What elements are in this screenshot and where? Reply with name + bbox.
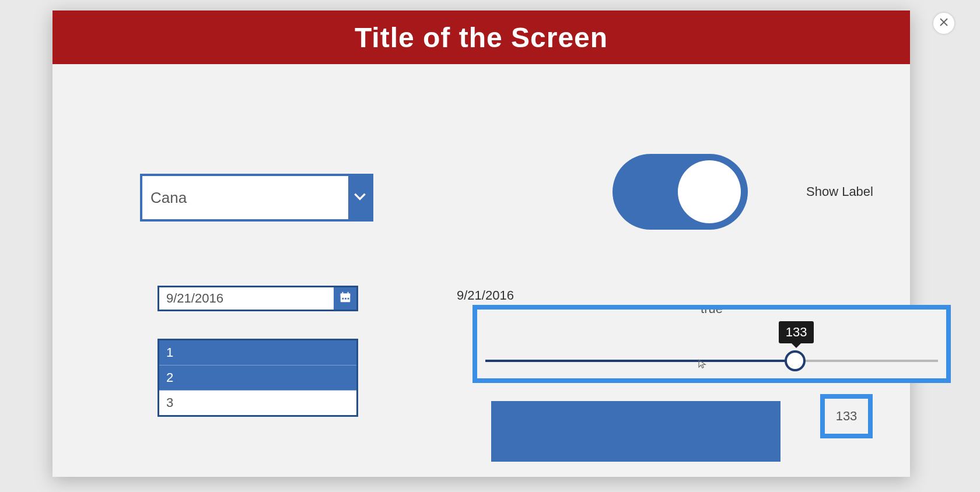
primary-action-button[interactable] bbox=[491, 401, 780, 462]
list-item[interactable]: 3 bbox=[159, 391, 356, 415]
svg-rect-6 bbox=[342, 298, 344, 300]
slider-fill bbox=[485, 360, 797, 362]
title-bar: Title of the Screen bbox=[52, 10, 910, 64]
dropdown-text-field[interactable] bbox=[142, 176, 348, 219]
svg-rect-5 bbox=[347, 292, 348, 295]
svg-rect-3 bbox=[340, 294, 350, 297]
svg-rect-7 bbox=[345, 298, 346, 300]
close-icon bbox=[939, 17, 949, 29]
page-title: Title of the Screen bbox=[355, 22, 608, 54]
date-text-field[interactable] bbox=[159, 287, 334, 310]
calendar-icon bbox=[339, 291, 352, 306]
list-item[interactable]: 2 bbox=[159, 366, 356, 391]
dropdown-toggle-button[interactable] bbox=[348, 176, 371, 219]
slider-tooltip: 133 bbox=[779, 321, 814, 343]
svg-rect-4 bbox=[342, 292, 343, 295]
slider-value-output: 133 bbox=[820, 394, 873, 438]
svg-rect-8 bbox=[347, 298, 349, 300]
calendar-button[interactable] bbox=[334, 287, 356, 310]
toggle-knob bbox=[678, 160, 741, 223]
slider-handle[interactable] bbox=[785, 350, 806, 371]
date-input[interactable] bbox=[158, 286, 358, 311]
chevron-down-icon bbox=[352, 189, 368, 206]
list-item[interactable]: 1 bbox=[159, 340, 356, 366]
toggle-group: Show Label bbox=[612, 154, 873, 230]
dialog-panel: Title of the Screen Show Label bbox=[52, 10, 910, 477]
toggle-label: Show Label bbox=[806, 184, 873, 199]
dropdown-input[interactable] bbox=[140, 174, 373, 222]
close-button[interactable] bbox=[933, 13, 954, 34]
toggle-switch[interactable] bbox=[612, 154, 748, 230]
listbox[interactable]: 1 2 3 bbox=[158, 339, 358, 417]
slider-container: true 133 bbox=[473, 305, 951, 383]
slider-peek-label: true bbox=[701, 301, 723, 317]
date-output-label: 9/21/2016 bbox=[457, 288, 514, 303]
